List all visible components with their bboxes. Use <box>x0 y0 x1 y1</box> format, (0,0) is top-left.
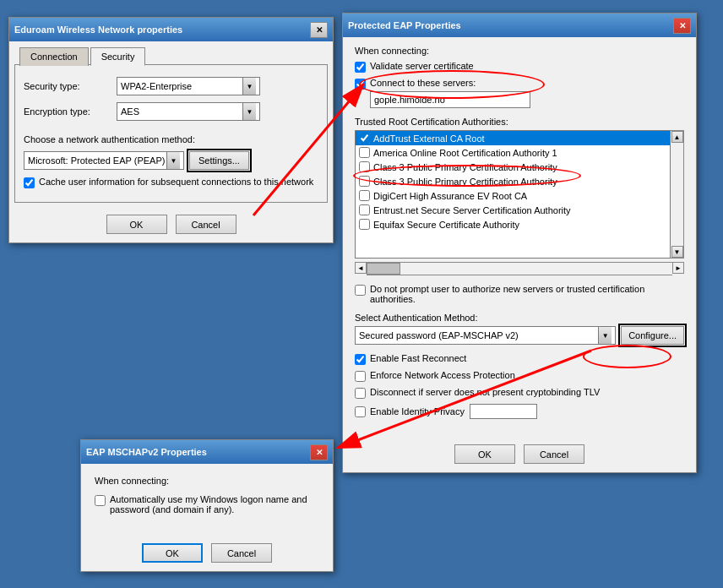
cert-label-2: Class 3 Public Primary Certification Aut… <box>373 162 557 172</box>
scroll-down[interactable]: ▼ <box>671 246 683 258</box>
identity-privacy-checkbox[interactable] <box>355 406 366 417</box>
auth-method-dropdown[interactable]: Microsoft: Protected EAP (PEAP) ▼ <box>24 151 184 170</box>
cert-item-1[interactable]: America Online Root Certification Author… <box>356 145 670 160</box>
cert-item-2[interactable]: Class 3 Public Primary Certification Aut… <box>356 160 670 174</box>
eap-auth-value: Secured password (EAP-MSCHAP v2) <box>359 330 519 340</box>
mschapv2-title-btns: ✕ <box>310 444 328 460</box>
connect-servers-row: Connect to these servers: <box>355 78 684 90</box>
scroll-up[interactable]: ▲ <box>671 131 683 143</box>
validate-cert-row: Validate server certificate <box>355 61 684 73</box>
security-type-dropdown[interactable]: WPA2-Enterprise ▼ <box>117 77 260 95</box>
scrollbar[interactable]: ▲ ▼ <box>671 130 684 259</box>
cache-checkbox[interactable] <box>24 177 35 188</box>
eap-auth-arrow: ▼ <box>598 327 612 344</box>
no-prompt-row: Do not prompt user to authorize new serv… <box>355 284 684 304</box>
auth-method-value: Microsoft: Protected EAP (PEAP) <box>28 155 166 166</box>
mschapv2-dialog-buttons: OK Cancel <box>81 543 333 563</box>
trusted-ca-section: Trusted Root Certification Authorities: … <box>355 117 684 275</box>
select-auth-label: Select Authentication Method: <box>355 313 684 323</box>
cert-checkbox-0[interactable] <box>359 133 370 144</box>
connect-servers-label: Connect to these servers: <box>370 78 476 88</box>
cache-label: Cache user information for subsequent co… <box>39 177 313 187</box>
auth-select-row: Secured password (EAP-MSCHAP v2) ▼ Confi… <box>355 326 684 345</box>
cert-item-3[interactable]: Class 3 Public Primary Certification Aut… <box>356 174 670 188</box>
eap-close-button[interactable]: ✕ <box>673 18 691 34</box>
eap-dialog-buttons: OK Cancel <box>343 444 696 464</box>
eduroam-title-bar: Eduroam Wireless Network properties ✕ <box>9 18 333 41</box>
cert-item-0[interactable]: AddTrust External CA Root <box>356 131 670 145</box>
eduroam-dialog-buttons: OK Cancel <box>9 215 333 234</box>
hscroll-left[interactable]: ◄ <box>355 262 367 274</box>
tab-security[interactable]: Security <box>90 47 146 66</box>
enforce-nap-label: Enforce Network Access Protection <box>370 370 515 380</box>
hscrollbar-row: ◄ ► <box>355 262 684 275</box>
cert-checkbox-2[interactable] <box>359 161 370 172</box>
hscroll-track <box>367 262 672 275</box>
mschapv2-ok-button[interactable]: OK <box>142 543 203 563</box>
encryption-type-dropdown[interactable]: AES ▼ <box>117 102 260 121</box>
identity-privacy-label: Enable Identity Privacy <box>370 406 465 416</box>
security-type-arrow: ▼ <box>242 78 256 95</box>
auto-logon-checkbox[interactable] <box>95 495 106 506</box>
eap-title: Protected EAP Properties <box>348 20 461 30</box>
encryption-type-value: AES <box>121 106 242 117</box>
mschapv2-when-connecting: When connecting: <box>95 476 319 486</box>
servers-input[interactable] <box>370 91 530 108</box>
cert-item-6[interactable]: Equifax Secure Certificate Authority <box>356 217 670 231</box>
disconnect-crypto-checkbox[interactable] <box>355 388 366 399</box>
eap-content: When connecting: Validate server certifi… <box>343 37 696 433</box>
mschapv2-cancel-button[interactable]: Cancel <box>211 543 272 563</box>
cert-list: AddTrust External CA Root America Online… <box>355 130 671 259</box>
configure-button[interactable]: Configure... <box>621 326 684 345</box>
auth-method-section: Select Authentication Method: Secured pa… <box>355 313 684 345</box>
cert-label-5: Entrust.net Secure Server Certification … <box>373 205 571 215</box>
trusted-ca-label: Trusted Root Certification Authorities: <box>355 117 684 127</box>
settings-button[interactable]: Settings... <box>189 151 249 170</box>
cert-label-6: Equifax Secure Certificate Authority <box>373 220 519 230</box>
eap-auth-dropdown[interactable]: Secured password (EAP-MSCHAP v2) ▼ <box>355 326 616 345</box>
when-connecting-section: When connecting: Validate server certifi… <box>355 46 684 108</box>
title-bar-buttons: ✕ <box>310 22 328 38</box>
close-button[interactable]: ✕ <box>310 22 328 38</box>
mschapv2-close-button[interactable]: ✕ <box>310 444 328 460</box>
eduroam-window: Eduroam Wireless Network properties ✕ Co… <box>8 17 334 243</box>
validate-cert-checkbox[interactable] <box>355 62 366 73</box>
identity-privacy-row: Enable Identity Privacy <box>355 404 684 419</box>
auto-logon-label: Automatically use my Windows logon name … <box>110 494 319 514</box>
eduroam-cancel-button[interactable]: Cancel <box>176 215 236 234</box>
fast-reconnect-checkbox[interactable] <box>355 354 366 365</box>
hscroll-thumb[interactable] <box>367 263 400 275</box>
eap-ok-button[interactable]: OK <box>454 444 515 464</box>
encryption-type-label: Encryption type: <box>24 106 117 117</box>
security-type-row: Security type: WPA2-Enterprise ▼ <box>24 77 318 95</box>
cert-label-1: America Online Root Certification Author… <box>373 148 557 158</box>
disconnect-crypto-row: Disconnect if server does not present cr… <box>355 387 684 399</box>
eduroam-ok-button[interactable]: OK <box>106 215 167 234</box>
cert-checkbox-4[interactable] <box>359 190 370 201</box>
cert-checkbox-3[interactable] <box>359 176 370 187</box>
mschapv2-window: EAP MSCHAPv2 Properties ✕ When connectin… <box>80 439 334 572</box>
when-connecting-label: When connecting: <box>355 46 684 56</box>
cert-item-4[interactable]: DigiCert High Assurance EV Root CA <box>356 188 670 203</box>
cert-label-4: DigiCert High Assurance EV Root CA <box>373 191 527 201</box>
fast-reconnect-row: Enable Fast Reconnect <box>355 353 684 365</box>
cert-checkbox-6[interactable] <box>359 219 370 230</box>
cert-label-3: Class 3 Public Primary Certification Aut… <box>373 177 557 187</box>
eap-title-bar-buttons: ✕ <box>673 18 691 34</box>
eap-cancel-button[interactable]: Cancel <box>524 444 584 464</box>
no-prompt-checkbox[interactable] <box>355 285 366 296</box>
auth-method-label: Choose a network authentication method: <box>24 134 318 144</box>
validate-cert-label: Validate server certificate <box>370 61 474 71</box>
fast-reconnect-label: Enable Fast Reconnect <box>370 353 466 363</box>
identity-privacy-input[interactable] <box>470 404 537 419</box>
connect-servers-checkbox[interactable] <box>355 79 366 90</box>
cert-checkbox-1[interactable] <box>359 147 370 158</box>
tabs: Connection Security <box>14 46 328 65</box>
cert-item-5[interactable]: Entrust.net Secure Server Certification … <box>356 203 670 217</box>
eap-window: Protected EAP Properties ✕ When connecti… <box>342 13 697 473</box>
enforce-nap-checkbox[interactable] <box>355 371 366 382</box>
hscroll-right[interactable]: ► <box>672 262 684 274</box>
tab-connection[interactable]: Connection <box>19 47 89 66</box>
enforce-nap-row: Enforce Network Access Protection <box>355 370 684 382</box>
cert-checkbox-5[interactable] <box>359 204 370 215</box>
